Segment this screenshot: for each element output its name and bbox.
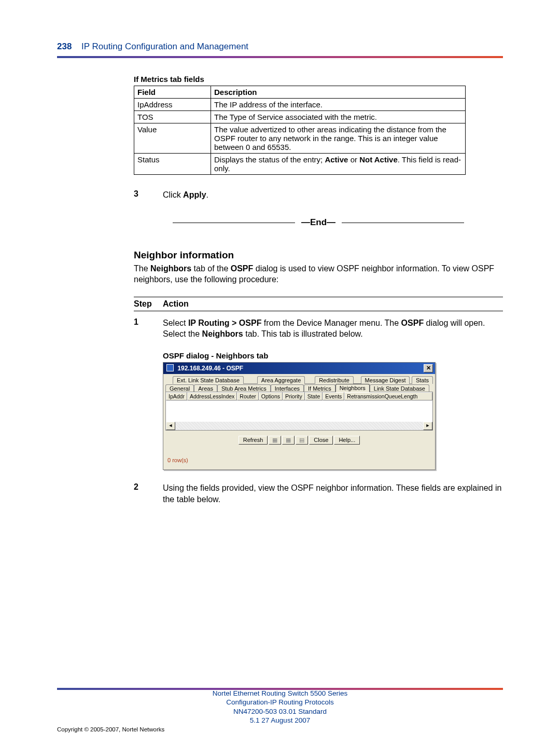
app-icon bbox=[166, 364, 174, 371]
header-rule bbox=[57, 56, 503, 58]
cell-desc: The IP address of the interface. bbox=[211, 99, 466, 111]
main-content: If Metrics tab fields Field Description … bbox=[134, 75, 503, 505]
tab-interfaces[interactable]: Interfaces bbox=[271, 384, 304, 392]
step-2: 2 Using the fields provided, view the OS… bbox=[134, 482, 503, 505]
scroll-track[interactable] bbox=[175, 422, 423, 430]
tab-stub-area-metrics[interactable]: Stub Area Metrics bbox=[217, 384, 271, 392]
grid-body[interactable] bbox=[166, 400, 432, 422]
step-number: 1 bbox=[134, 317, 163, 340]
toolbar-icon-2[interactable]: ▦ bbox=[282, 436, 295, 445]
footer-line-2: Configuration-IP Routing Protocols bbox=[57, 698, 503, 707]
tabs-row-top: Ext. Link State Database Area Aggregate … bbox=[173, 376, 433, 384]
cell-field: Status bbox=[134, 154, 211, 175]
end-separator: —End— bbox=[134, 217, 503, 228]
step-number: 2 bbox=[134, 482, 163, 505]
footer-line-3: NN47200-503 03.01 Standard bbox=[57, 707, 503, 716]
col-state[interactable]: State bbox=[305, 392, 323, 400]
tab-ext-linkstate[interactable]: Ext. Link State Database bbox=[173, 376, 244, 384]
step-number: 3 bbox=[134, 189, 163, 201]
footer-line-4: 5.1 27 August 2007 bbox=[57, 716, 503, 725]
scroll-right-icon[interactable]: ► bbox=[423, 422, 432, 430]
cell-desc: The Type of Service associated with the … bbox=[211, 111, 466, 123]
steps-header-step: Step bbox=[134, 299, 163, 309]
tab-redistribute[interactable]: Redistribute bbox=[315, 376, 354, 384]
section-paragraph: The Neighbors tab of the OSPF dialog is … bbox=[134, 263, 503, 285]
tab-general[interactable]: General bbox=[165, 384, 194, 392]
th-desc: Description bbox=[211, 86, 466, 99]
row-count: 0 row(s) bbox=[165, 448, 433, 467]
steps-header-action: Action bbox=[163, 299, 189, 309]
steps-header: Step Action bbox=[134, 297, 503, 311]
table-row: TOS The Type of Service associated with … bbox=[134, 111, 466, 123]
col-addresslessindex[interactable]: AddressLessIndex bbox=[187, 392, 237, 400]
cell-field: IpAddress bbox=[134, 99, 211, 111]
ospf-dialog: 192.168.249.46 - OSPF ✕ Ext. Link State … bbox=[163, 362, 436, 470]
step-text: Using the fields provided, view the OSPF… bbox=[163, 482, 503, 505]
footer-line-1: Nortel Ethernet Routing Switch 5500 Seri… bbox=[57, 689, 503, 698]
tab-neighbors[interactable]: Neighbors bbox=[335, 384, 370, 392]
col-ipaddr[interactable]: IpAddr bbox=[166, 392, 187, 400]
tab-if-metrics[interactable]: If Metrics bbox=[304, 384, 335, 392]
close-button[interactable]: Close bbox=[309, 436, 333, 445]
footer-block: Nortel Ethernet Routing Switch 5500 Seri… bbox=[57, 689, 503, 725]
step-1: 1 Select IP Routing > OSPF from the Devi… bbox=[134, 317, 503, 340]
fields-table: Field Description IpAddress The IP addre… bbox=[134, 86, 466, 175]
horizontal-scrollbar[interactable]: ◄ ► bbox=[166, 422, 432, 430]
cell-desc: The value advertized to other areas indi… bbox=[211, 123, 466, 154]
page-number: 238 bbox=[57, 42, 72, 52]
tab-areas[interactable]: Areas bbox=[194, 384, 217, 392]
col-options[interactable]: Options bbox=[259, 392, 283, 400]
toolbar-icon-1[interactable]: ▦ bbox=[269, 436, 281, 445]
table-title: If Metrics tab fields bbox=[134, 75, 503, 84]
tab-message-digest[interactable]: Message Digest bbox=[361, 376, 410, 384]
col-priority[interactable]: Priority bbox=[283, 392, 305, 400]
dialog-titlebar[interactable]: 192.168.249.46 - OSPF ✕ bbox=[163, 363, 435, 374]
page: 238 IP Routing Configuration and Managem… bbox=[0, 0, 560, 747]
col-router[interactable]: Router bbox=[237, 392, 259, 400]
toolbar-icon-3[interactable]: ▤ bbox=[296, 436, 308, 445]
cell-desc: Displays the status of the entry; Active… bbox=[211, 154, 466, 175]
dialog-title: 192.168.249.46 - OSPF bbox=[166, 364, 243, 372]
chapter-title: IP Routing Configuration and Management bbox=[81, 42, 248, 51]
running-head: 238 IP Routing Configuration and Managem… bbox=[57, 42, 503, 52]
refresh-button[interactable]: Refresh bbox=[239, 436, 268, 445]
cell-field: TOS bbox=[134, 111, 211, 123]
table-row: IpAddress The IP address of the interfac… bbox=[134, 99, 466, 111]
table-row: Value The value advertized to other area… bbox=[134, 123, 466, 154]
col-retransq[interactable]: RetransmissionQueueLength bbox=[344, 392, 432, 400]
scroll-left-icon[interactable]: ◄ bbox=[166, 422, 175, 430]
dialog-caption: OSPF dialog - Neighbors tab bbox=[163, 351, 503, 360]
dialog-body: Ext. Link State Database Area Aggregate … bbox=[163, 374, 435, 469]
tab-panel: IpAddr AddressLessIndex Router Options P… bbox=[165, 392, 433, 431]
tab-stats[interactable]: Stats bbox=[412, 376, 433, 384]
copyright: Copyright © 2005-2007, Nortel Networks bbox=[57, 726, 164, 732]
step-text: Click Apply. bbox=[163, 189, 503, 201]
grid-column-headers: IpAddr AddressLessIndex Router Options P… bbox=[166, 392, 432, 400]
table-row: Status Displays the status of the entry;… bbox=[134, 154, 466, 175]
cell-field: Value bbox=[134, 123, 211, 154]
tab-link-state-db[interactable]: Link State Database bbox=[370, 384, 429, 392]
section-heading: Neighbor information bbox=[134, 250, 503, 261]
th-field: Field bbox=[134, 86, 211, 99]
close-icon[interactable]: ✕ bbox=[424, 364, 433, 372]
tab-area-aggregate[interactable]: Area Aggregate bbox=[257, 376, 305, 384]
help-button[interactable]: Help... bbox=[334, 436, 360, 445]
step-text: Select IP Routing > OSPF from the Device… bbox=[163, 317, 503, 340]
dialog-button-row: Refresh ▦ ▦ ▤ Close Help... bbox=[165, 431, 433, 448]
end-label: —End— bbox=[297, 217, 340, 228]
tabs-row-bottom: General Areas Stub Area Metrics Interfac… bbox=[165, 384, 433, 392]
col-events[interactable]: Events bbox=[323, 392, 344, 400]
step-3: 3 Click Apply. bbox=[134, 189, 503, 201]
